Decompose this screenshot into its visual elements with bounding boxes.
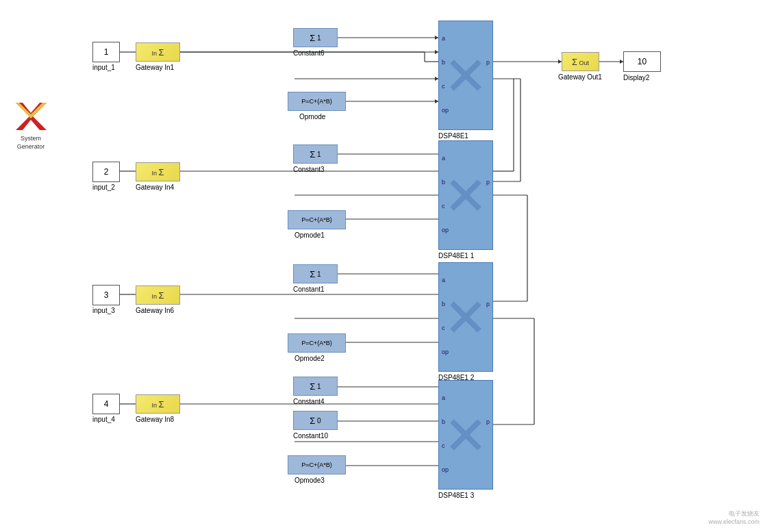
gateway-in8-text: In Σ (151, 399, 164, 409)
opmode-block[interactable]: P=C+(A*B) (288, 92, 346, 111)
input-3-block[interactable]: 3 (92, 285, 120, 305)
dsp2-label: DSP48E1 1 (438, 252, 474, 259)
input-2-label: input_2 (92, 183, 115, 191)
connections-svg (0, 0, 765, 532)
input-1-value: 1 (104, 47, 109, 57)
opmode2-formula: P=C+(A*B) (301, 340, 332, 346)
input-4-value: 4 (104, 399, 109, 409)
opmode1-block[interactable]: P=C+(A*B) (288, 210, 346, 229)
input-3-label: input_3 (92, 307, 115, 314)
watermark-line1: 电子发烧友 (708, 509, 760, 518)
svg-marker-45 (16, 103, 47, 118)
watermark-line2: www.elecfans.com (708, 518, 760, 527)
constant10-block[interactable]: Σ 0 (293, 411, 338, 430)
input-2-block[interactable]: 2 (92, 162, 120, 182)
gateway-in6-block[interactable]: In Σ (136, 286, 180, 305)
opmode2-block[interactable]: P=C+(A*B) (288, 333, 346, 353)
opmode1-formula: P=C+(A*B) (301, 216, 332, 223)
input-2-value: 2 (104, 167, 109, 177)
opmode3-formula: P=C+(A*B) (301, 461, 332, 468)
constant1-label: Constant1 (293, 286, 325, 293)
constant3-block[interactable]: Σ 1 (293, 144, 338, 164)
dsp1-label: DSP48E1 (438, 132, 468, 140)
constant3-label: Constant3 (293, 166, 325, 173)
sysgen-label: System Generator (7, 135, 55, 151)
dsp2-block[interactable]: a b c op p (438, 140, 493, 250)
watermark: 电子发烧友 www.elecfans.com (708, 509, 760, 527)
constant4-label: Constant4 (293, 398, 325, 405)
gateway-in8-label: Gateway In8 (136, 416, 174, 423)
gateway-in8-block[interactable]: In Σ (136, 394, 180, 414)
input-4-label: input_4 (92, 416, 115, 423)
dsp4-label: DSP48E1 3 (438, 492, 474, 499)
sysgen-logo: System Generator (7, 99, 55, 151)
gateway-in4-text: In Σ (151, 167, 164, 177)
constant1-block[interactable]: Σ 1 (293, 264, 338, 283)
input-3-value: 3 (104, 290, 109, 300)
display2-value: 10 (638, 57, 647, 66)
opmode1-label: Opmode1 (294, 231, 325, 239)
constant6-label: Constant6 (293, 49, 325, 57)
constant10-label: Constant10 (293, 432, 328, 440)
gateway-in4-label: Gateway In4 (136, 183, 174, 191)
gateway-in1-block[interactable]: In Σ (136, 42, 180, 62)
constant4-block[interactable]: Σ 1 (293, 377, 338, 396)
gateway-out1-block[interactable]: Σ Out (562, 52, 599, 71)
gateway-out1-text: Σ Out (572, 57, 589, 67)
gateway-in4-block[interactable]: In Σ (136, 162, 180, 181)
input-4-block[interactable]: 4 (92, 394, 120, 414)
display2-block[interactable]: 10 (623, 51, 661, 72)
input-1-block[interactable]: 1 (92, 42, 120, 62)
opmode2-label: Opmode2 (294, 355, 325, 362)
dsp1-block[interactable]: a b c op p (438, 21, 493, 130)
gateway-in6-label: Gateway In6 (136, 307, 174, 314)
input-1-label: input_1 (92, 64, 115, 71)
dsp3-block[interactable]: a b c op p (438, 262, 493, 372)
gateway-out1-label: Gateway Out1 (558, 73, 602, 81)
dsp4-block[interactable]: a b c op p (438, 380, 493, 490)
gateway-in6-text: In Σ (151, 290, 164, 301)
opmode3-label: Opmode3 (294, 477, 325, 484)
canvas: System Generator 1 input_1 In Σ Gateway … (0, 0, 765, 532)
constant6-block[interactable]: Σ 1 (293, 28, 338, 47)
gateway-in1-label: Gateway In1 (136, 64, 174, 71)
gateway-in1-text: In Σ (151, 47, 164, 58)
opmode-formula: P=C+(A*B) (301, 98, 332, 105)
opmode-label: Opmode (299, 113, 325, 121)
opmode3-block[interactable]: P=C+(A*B) (288, 455, 346, 474)
display2-label: Display2 (623, 74, 649, 81)
